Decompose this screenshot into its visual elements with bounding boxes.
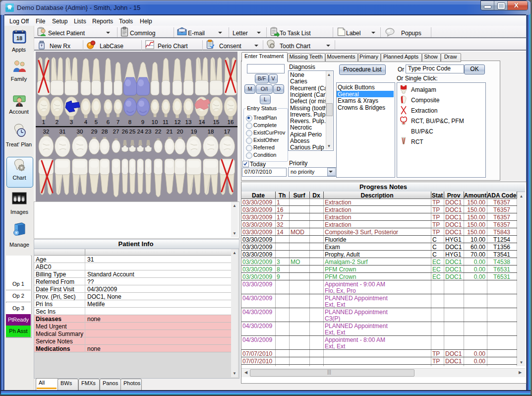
svg-text:24: 24 — [137, 129, 144, 134]
svg-text:5: 5 — [95, 119, 98, 125]
svg-text:29: 29 — [91, 129, 98, 134]
svg-text:2: 2 — [56, 119, 59, 125]
svg-text:15: 15 — [213, 119, 220, 125]
svg-text:30: 30 — [77, 129, 83, 134]
svg-text:20: 20 — [177, 129, 183, 134]
svg-text:1: 1 — [42, 119, 45, 125]
svg-text:10: 10 — [152, 119, 158, 125]
svg-text:23: 23 — [145, 129, 152, 134]
svg-text:18: 18 — [16, 35, 22, 41]
svg-text:31: 31 — [59, 129, 66, 134]
svg-text:13: 13 — [185, 119, 192, 125]
svg-text:32: 32 — [43, 129, 50, 134]
svg-text:3: 3 — [70, 119, 73, 125]
svg-text:9: 9 — [141, 119, 144, 125]
svg-text:18: 18 — [208, 129, 214, 134]
svg-text:28: 28 — [102, 129, 108, 134]
svg-text:25: 25 — [129, 129, 136, 134]
svg-text:4: 4 — [84, 119, 88, 125]
svg-text:12: 12 — [175, 119, 181, 125]
svg-text:26: 26 — [122, 129, 128, 134]
svg-text:22: 22 — [155, 129, 162, 134]
svg-text:6: 6 — [107, 119, 110, 125]
svg-text:21: 21 — [167, 129, 173, 134]
svg-text:16: 16 — [228, 119, 234, 125]
svg-text:7: 7 — [117, 119, 119, 125]
svg-text:14: 14 — [199, 119, 205, 125]
svg-text:8: 8 — [128, 119, 131, 125]
svg-text:19: 19 — [191, 129, 197, 134]
svg-text:17: 17 — [224, 129, 231, 134]
svg-text:27: 27 — [113, 129, 119, 134]
svg-text:11: 11 — [163, 119, 169, 125]
